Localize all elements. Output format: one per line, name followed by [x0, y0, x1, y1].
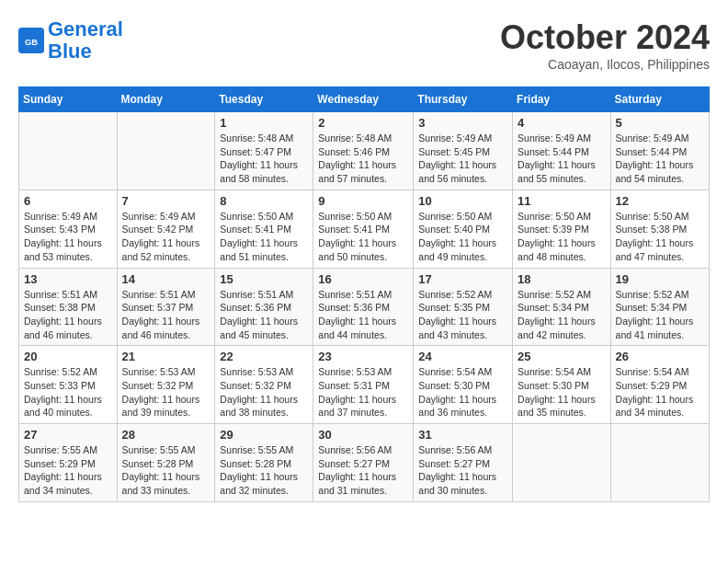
day-info: Sunrise: 5:56 AMSunset: 5:27 PMDaylight:…: [418, 443, 507, 498]
day-number: 12: [616, 194, 704, 208]
day-info: Sunrise: 5:53 AMSunset: 5:32 PMDaylight:…: [220, 365, 308, 419]
calendar-cell: 28Sunrise: 5:55 AMSunset: 5:28 PMDayligh…: [117, 424, 215, 502]
calendar-week-row: 6Sunrise: 5:49 AMSunset: 5:43 PMDaylight…: [19, 190, 710, 268]
calendar-cell: 29Sunrise: 5:55 AMSunset: 5:28 PMDayligh…: [215, 424, 313, 502]
day-number: 10: [418, 194, 507, 208]
logo-icon: GB: [18, 28, 44, 53]
day-number: 16: [318, 272, 408, 286]
calendar-cell: 17Sunrise: 5:52 AMSunset: 5:35 PMDayligh…: [414, 268, 513, 346]
calendar-cell: 13Sunrise: 5:51 AMSunset: 5:38 PMDayligh…: [19, 268, 118, 346]
day-number: 4: [518, 116, 606, 130]
calendar-cell: 7Sunrise: 5:49 AMSunset: 5:42 PMDaylight…: [117, 190, 215, 268]
day-number: 6: [24, 194, 112, 208]
calendar-cell: 18Sunrise: 5:52 AMSunset: 5:34 PMDayligh…: [513, 268, 611, 346]
day-info: Sunrise: 5:52 AMSunset: 5:34 PMDaylight:…: [518, 288, 606, 342]
day-info: Sunrise: 5:54 AMSunset: 5:30 PMDaylight:…: [518, 365, 606, 419]
day-number: 3: [418, 116, 507, 130]
day-info: Sunrise: 5:48 AMSunset: 5:46 PMDaylight:…: [318, 132, 408, 186]
day-info: Sunrise: 5:54 AMSunset: 5:29 PMDaylight:…: [616, 365, 704, 419]
calendar-cell: 8Sunrise: 5:50 AMSunset: 5:41 PMDaylight…: [215, 190, 313, 268]
weekday-header-friday: Friday: [513, 87, 611, 112]
calendar-table: SundayMondayTuesdayWednesdayThursdayFrid…: [18, 86, 710, 502]
day-info: Sunrise: 5:51 AMSunset: 5:36 PMDaylight:…: [318, 288, 408, 342]
day-info: Sunrise: 5:55 AMSunset: 5:29 PMDaylight:…: [24, 443, 112, 498]
day-info: Sunrise: 5:49 AMSunset: 5:42 PMDaylight:…: [122, 210, 210, 264]
calendar-cell: 21Sunrise: 5:53 AMSunset: 5:32 PMDayligh…: [117, 346, 215, 424]
calendar-cell: [610, 424, 709, 502]
day-info: Sunrise: 5:49 AMSunset: 5:45 PMDaylight:…: [418, 132, 507, 186]
location-subtitle: Caoayan, Ilocos, Philippines: [500, 57, 710, 72]
calendar-cell: 24Sunrise: 5:54 AMSunset: 5:30 PMDayligh…: [414, 346, 513, 424]
day-info: Sunrise: 5:49 AMSunset: 5:44 PMDaylight:…: [616, 132, 704, 186]
logo: GB GeneralBlue: [18, 18, 123, 63]
weekday-header-monday: Monday: [117, 87, 215, 112]
month-title: October 2024: [500, 18, 710, 57]
calendar-cell: 20Sunrise: 5:52 AMSunset: 5:33 PMDayligh…: [19, 346, 118, 424]
logo-text: GeneralBlue: [48, 18, 123, 63]
day-number: 27: [24, 428, 112, 442]
calendar-cell: 12Sunrise: 5:50 AMSunset: 5:38 PMDayligh…: [610, 190, 709, 268]
day-number: 15: [220, 272, 308, 286]
calendar-cell: 15Sunrise: 5:51 AMSunset: 5:36 PMDayligh…: [215, 268, 313, 346]
day-info: Sunrise: 5:53 AMSunset: 5:31 PMDaylight:…: [318, 365, 408, 419]
calendar-cell: 23Sunrise: 5:53 AMSunset: 5:31 PMDayligh…: [313, 346, 414, 424]
day-info: Sunrise: 5:53 AMSunset: 5:32 PMDaylight:…: [122, 365, 210, 419]
day-info: Sunrise: 5:48 AMSunset: 5:47 PMDaylight:…: [220, 132, 308, 186]
calendar-cell: 2Sunrise: 5:48 AMSunset: 5:46 PMDaylight…: [313, 112, 414, 190]
calendar-cell: 11Sunrise: 5:50 AMSunset: 5:39 PMDayligh…: [513, 190, 611, 268]
day-number: 20: [24, 350, 112, 363]
day-info: Sunrise: 5:51 AMSunset: 5:37 PMDaylight:…: [122, 288, 210, 342]
day-number: 11: [518, 194, 606, 208]
day-number: 17: [418, 272, 507, 286]
calendar-week-row: 20Sunrise: 5:52 AMSunset: 5:33 PMDayligh…: [19, 346, 710, 424]
day-number: 29: [220, 428, 308, 442]
calendar-week-row: 13Sunrise: 5:51 AMSunset: 5:38 PMDayligh…: [19, 268, 710, 346]
day-number: 8: [220, 194, 308, 208]
day-info: Sunrise: 5:50 AMSunset: 5:38 PMDaylight:…: [616, 210, 704, 264]
calendar-cell: 14Sunrise: 5:51 AMSunset: 5:37 PMDayligh…: [117, 268, 215, 346]
day-number: 25: [518, 350, 606, 363]
day-number: 1: [220, 116, 308, 130]
day-info: Sunrise: 5:55 AMSunset: 5:28 PMDaylight:…: [220, 443, 308, 498]
page-header: GB GeneralBlue October 2024 Caoayan, Ilo…: [18, 18, 710, 72]
day-info: Sunrise: 5:49 AMSunset: 5:43 PMDaylight:…: [24, 210, 112, 264]
day-number: 19: [616, 272, 704, 286]
calendar-cell: 26Sunrise: 5:54 AMSunset: 5:29 PMDayligh…: [610, 346, 709, 424]
calendar-week-row: 27Sunrise: 5:55 AMSunset: 5:29 PMDayligh…: [19, 424, 710, 502]
calendar-cell: 30Sunrise: 5:56 AMSunset: 5:27 PMDayligh…: [313, 424, 414, 502]
title-block: October 2024 Caoayan, Ilocos, Philippine…: [500, 18, 710, 72]
calendar-cell: 25Sunrise: 5:54 AMSunset: 5:30 PMDayligh…: [513, 346, 611, 424]
day-number: 21: [122, 350, 210, 363]
weekday-header-row: SundayMondayTuesdayWednesdayThursdayFrid…: [19, 87, 710, 112]
calendar-cell: 5Sunrise: 5:49 AMSunset: 5:44 PMDaylight…: [610, 112, 709, 190]
calendar-cell: 3Sunrise: 5:49 AMSunset: 5:45 PMDaylight…: [414, 112, 513, 190]
day-number: 14: [122, 272, 210, 286]
day-number: 7: [122, 194, 210, 208]
calendar-cell: 16Sunrise: 5:51 AMSunset: 5:36 PMDayligh…: [313, 268, 414, 346]
day-number: 23: [318, 350, 408, 363]
calendar-cell: [513, 424, 611, 502]
calendar-week-row: 1Sunrise: 5:48 AMSunset: 5:47 PMDaylight…: [19, 112, 710, 190]
weekday-header-saturday: Saturday: [610, 87, 709, 112]
calendar-cell: 6Sunrise: 5:49 AMSunset: 5:43 PMDaylight…: [19, 190, 118, 268]
day-number: 28: [122, 428, 210, 442]
day-info: Sunrise: 5:51 AMSunset: 5:38 PMDaylight:…: [24, 288, 112, 342]
day-info: Sunrise: 5:52 AMSunset: 5:35 PMDaylight:…: [418, 288, 507, 342]
day-number: 26: [616, 350, 704, 363]
day-info: Sunrise: 5:56 AMSunset: 5:27 PMDaylight:…: [318, 443, 408, 498]
calendar-cell: 9Sunrise: 5:50 AMSunset: 5:41 PMDaylight…: [313, 190, 414, 268]
day-info: Sunrise: 5:50 AMSunset: 5:40 PMDaylight:…: [418, 210, 507, 264]
svg-text:GB: GB: [25, 38, 38, 47]
day-info: Sunrise: 5:50 AMSunset: 5:39 PMDaylight:…: [518, 210, 606, 264]
day-number: 9: [318, 194, 408, 208]
calendar-cell: 19Sunrise: 5:52 AMSunset: 5:34 PMDayligh…: [610, 268, 709, 346]
day-info: Sunrise: 5:52 AMSunset: 5:33 PMDaylight:…: [24, 365, 112, 419]
calendar-cell: 27Sunrise: 5:55 AMSunset: 5:29 PMDayligh…: [19, 424, 118, 502]
calendar-cell: 22Sunrise: 5:53 AMSunset: 5:32 PMDayligh…: [215, 346, 313, 424]
weekday-header-wednesday: Wednesday: [313, 87, 414, 112]
weekday-header-sunday: Sunday: [19, 87, 118, 112]
calendar-cell: 31Sunrise: 5:56 AMSunset: 5:27 PMDayligh…: [414, 424, 513, 502]
day-number: 22: [220, 350, 308, 363]
day-info: Sunrise: 5:55 AMSunset: 5:28 PMDaylight:…: [122, 443, 210, 498]
calendar-cell: 10Sunrise: 5:50 AMSunset: 5:40 PMDayligh…: [414, 190, 513, 268]
